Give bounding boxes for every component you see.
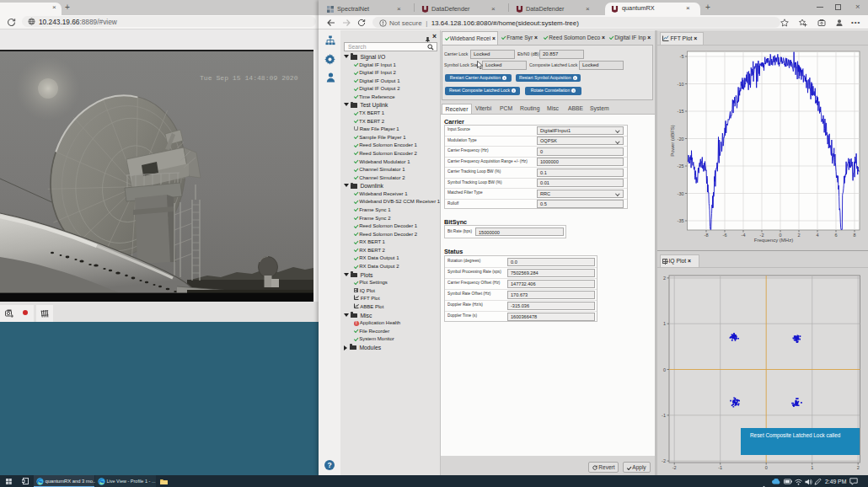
svg-text:4: 4 <box>816 233 818 238</box>
svg-text:-4: -4 <box>741 233 745 238</box>
svg-text:8: 8 <box>853 233 855 238</box>
svg-text:6: 6 <box>834 233 837 238</box>
svg-text:Frequency (MHz): Frequency (MHz) <box>753 238 792 243</box>
svg-text:-25: -25 <box>677 163 683 169</box>
svg-text:2: 2 <box>662 275 665 280</box>
svg-text:2: 2 <box>797 233 800 238</box>
svg-text:1: 1 <box>662 321 665 326</box>
svg-text:0: 0 <box>764 465 767 470</box>
svg-text:0: 0 <box>662 367 665 372</box>
svg-text:-6: -6 <box>722 233 726 238</box>
svg-text:1: 1 <box>811 465 813 470</box>
svg-text:-1: -1 <box>662 412 666 417</box>
svg-text:-10: -10 <box>677 82 683 87</box>
svg-text:-2: -2 <box>672 465 676 470</box>
svg-text:-5: -5 <box>679 54 683 59</box>
svg-text:2: 2 <box>856 465 859 470</box>
svg-text:-20: -20 <box>677 136 683 142</box>
svg-text:-30: -30 <box>677 191 683 196</box>
svg-text:-35: -35 <box>677 218 683 223</box>
svg-text:-8: -8 <box>704 233 708 238</box>
svg-text:Power (dBFS): Power (dBFS) <box>670 125 675 157</box>
svg-text:-2: -2 <box>662 458 666 463</box>
svg-text:-1: -1 <box>718 465 722 470</box>
svg-text:Tue Sep 15 14:48:09 2020: Tue Sep 15 14:48:09 2020 <box>200 74 298 82</box>
svg-text:-15: -15 <box>677 109 683 114</box>
